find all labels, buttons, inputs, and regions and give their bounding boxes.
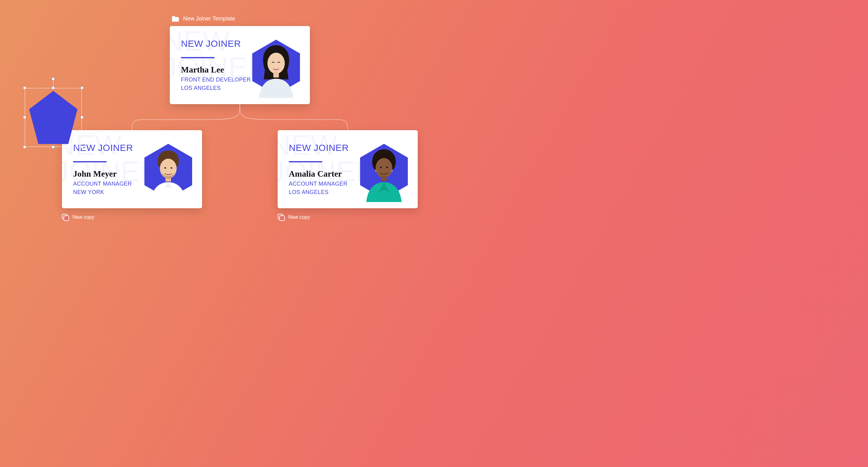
selected-shape-pentagon[interactable] [25,88,82,147]
copy-label-right[interactable]: New copy [278,214,310,221]
template-card-copy-left[interactable]: NEW JOINER NEW JOINER John Meyer ACCOUNT… [62,130,202,208]
template-card-parent[interactable]: NEW JOINER NEW JOINER Martha Lee FRONT E… [170,26,310,104]
resize-handle-br[interactable] [81,146,83,149]
svg-point-4 [164,167,166,169]
pentagon-shape[interactable] [29,91,78,145]
resize-handle-tr[interactable] [81,87,83,89]
svg-point-5 [171,167,172,169]
svg-point-10 [375,170,376,172]
card-avatar-frame [358,141,410,202]
template-card-copy-right[interactable]: NEW JOINER NEW JOINER Amalia Carter ACCO… [278,130,418,208]
card-divider [73,161,106,162]
copy-label-text: New copy [288,214,310,220]
svg-point-11 [392,170,393,172]
copy-icon [62,214,69,221]
svg-point-0 [268,53,285,74]
avatar-woman-1 [250,37,303,98]
resize-handle-ml[interactable] [23,116,26,119]
card-divider [181,57,214,58]
svg-marker-12 [29,91,78,144]
copy-label-text: New copy [72,214,94,220]
resize-handle-tm[interactable] [52,87,55,89]
svg-point-8 [380,167,382,168]
copy-label-left[interactable]: New copy [62,214,94,221]
copy-icon [278,214,284,221]
rotation-handle[interactable] [52,77,55,80]
resize-handle-bl[interactable] [23,146,26,149]
resize-handle-tl[interactable] [23,87,26,89]
breadcrumb-label: New Joiner Template [183,15,235,22]
avatar-woman-2 [358,141,410,202]
avatar-man-1 [142,141,195,202]
design-canvas[interactable]: New Joiner Template NEW JOINER NEW JOINE… [0,0,467,251]
resize-handle-bm[interactable] [52,146,55,149]
svg-point-6 [376,158,392,178]
svg-rect-7 [381,176,387,181]
svg-point-2 [160,159,177,179]
breadcrumb[interactable]: New Joiner Template [172,15,235,22]
resize-handle-mr[interactable] [81,116,83,119]
card-divider [289,161,322,162]
svg-point-9 [386,167,388,168]
folder-icon [172,16,179,22]
card-avatar-frame [250,37,303,98]
svg-rect-1 [273,72,279,77]
card-avatar-frame [142,141,195,202]
